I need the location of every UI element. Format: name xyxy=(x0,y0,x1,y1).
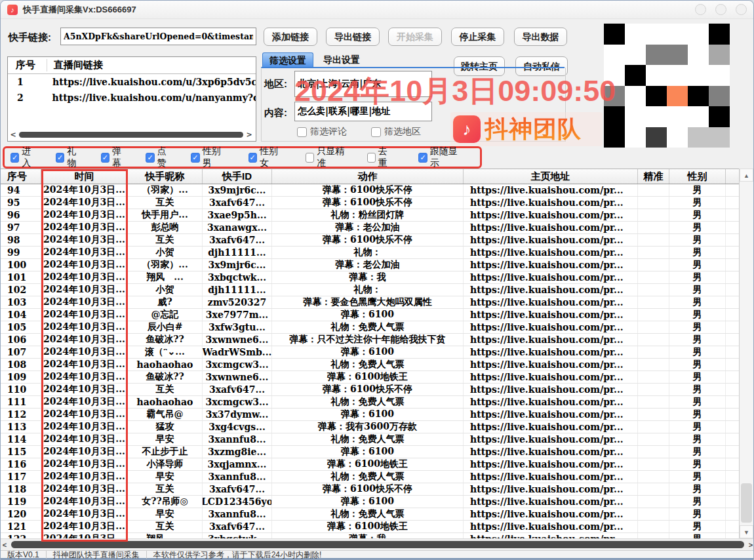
option-checkbox[interactable]: ✓弹幕 xyxy=(101,146,129,169)
filter-region-checkbox[interactable]: 筛选地区 xyxy=(371,126,421,138)
table-row[interactable]: 1012024年10月3日...翔风 ...3xbqctwk...弹幕：我htt… xyxy=(1,271,740,284)
table-row[interactable]: 1212024年10月3日...互关3xafv647...弹幕：6100地铁王h… xyxy=(1,521,740,533)
option-checkbox[interactable]: ✓进入 xyxy=(10,146,38,169)
table-hscroll-thumb[interactable] xyxy=(11,541,744,548)
option-checkbox[interactable]: ✓点赞 xyxy=(146,146,173,169)
content-input[interactable] xyxy=(294,102,432,121)
checkbox-icon[interactable] xyxy=(306,153,314,163)
scroll-left-icon[interactable]: < xyxy=(9,130,17,139)
table-row[interactable]: 1062024年10月3日...鱼破冰??3xwnwne6...弹幕：只不过关注… xyxy=(1,334,740,346)
table-cell: 男 xyxy=(669,496,726,508)
table-row[interactable]: 992024年10月3日...小贺djh11111...礼物：https://l… xyxy=(1,247,740,259)
link-list-hscroll-thumb[interactable] xyxy=(19,132,243,138)
table-row[interactable]: 1152024年10月3日...不止步于止3xzmg8ie...弹幕：6100h… xyxy=(1,446,740,458)
table-row[interactable]: 1162024年10月3日...小泽导师3xqjamnx...弹幕：6100地铁… xyxy=(1,458,740,471)
link-list-row[interactable]: 1https://live.kuaishou.com/u/3xp6p5dv5cv… xyxy=(8,74,256,90)
table-row[interactable]: 982024年10月3日...互关3xafv647...弹幕：6100快乐不停h… xyxy=(1,234,740,247)
table-row[interactable]: 1182024年10月3日...互关3xafv647...弹幕：6100快乐不停… xyxy=(1,483,740,496)
table-cell: 2024年10月3日... xyxy=(41,222,128,233)
filter-comment-checkbox[interactable]: 筛选评论 xyxy=(297,126,347,138)
table-cell: 小泽导师 xyxy=(128,458,203,470)
column-header[interactable]: 精准 xyxy=(638,169,669,184)
table-row[interactable]: 1132024年10月3日...猛攻3xg4cvgs...弹幕：我有3600万存… xyxy=(1,421,740,433)
scroll-up-icon[interactable]: ▲ xyxy=(740,169,753,182)
scroll-down-icon[interactable]: ▼ xyxy=(740,525,753,538)
column-header[interactable]: 快手昵称 xyxy=(128,169,203,184)
checkbox-icon[interactable]: ✓ xyxy=(56,153,64,163)
table-cell-filler xyxy=(726,259,740,271)
link-list-hscrollbar[interactable]: < > xyxy=(9,130,253,139)
table-cell-filler xyxy=(726,334,740,346)
options-row: ✓进入✓礼物✓弹幕✓点赞✓性别男✓性别女只显精准去重✓跟随显示 xyxy=(3,146,482,169)
checkbox-icon[interactable]: ✓ xyxy=(191,153,199,163)
table-row[interactable]: 1082024年10月3日...haohaohao3xcmgcw3...礼物：免… xyxy=(1,359,740,371)
checkbox-icon[interactable]: ✓ xyxy=(418,153,427,163)
maximize-button[interactable] xyxy=(715,4,726,15)
column-header[interactable]: 主页地址 xyxy=(464,169,638,184)
column-header[interactable]: 动作 xyxy=(272,169,464,184)
column-header[interactable]: 性别 xyxy=(669,169,726,184)
table-row[interactable]: 1202024年10月3日...早安3xannfu8...礼物：免费人气票htt… xyxy=(1,508,740,521)
table-row[interactable]: 1092024年10月3日...鱼破冰??3xwnwne6...弹幕：6100地… xyxy=(1,371,740,384)
table-vscroll-thumb[interactable] xyxy=(741,483,752,523)
column-header[interactable]: 序号 xyxy=(1,169,41,184)
table-cell: 2024年10月3日... xyxy=(41,508,128,520)
minimize-button[interactable] xyxy=(695,4,706,15)
table-row[interactable]: 1072024年10月3日...滚（ᵔ⌄...WadrWSmb...弹幕：610… xyxy=(1,346,740,359)
table-hscrollbar[interactable]: < > xyxy=(1,538,754,550)
table-vscrollbar[interactable]: ▲ ▼ xyxy=(739,169,753,538)
scroll-left-icon[interactable]: < xyxy=(1,541,9,549)
checkbox-icon[interactable] xyxy=(367,153,376,163)
checkbox-icon[interactable] xyxy=(371,127,381,137)
table-row[interactable]: 972024年10月3日...彭总哟3xanawgx...弹幕：老公加油http… xyxy=(1,222,740,234)
table-row[interactable]: 1042024年10月3日...@忘記3xe7977m...弹幕：6100htt… xyxy=(1,309,740,321)
stop-collect-button[interactable]: 停止采集 xyxy=(451,28,504,46)
table-row[interactable]: 1192024年10月3日...女??吊师◎LCD123456yo弹幕：6100… xyxy=(1,496,740,508)
export-data-button[interactable]: 导出数据 xyxy=(514,28,567,46)
checkbox-icon[interactable]: ✓ xyxy=(146,153,154,163)
option-checkbox[interactable]: 去重 xyxy=(367,146,395,169)
table-row[interactable]: 1172024年10月3日...早安3xannfu8...礼物：免费人气票htt… xyxy=(1,471,740,483)
table-row[interactable]: 1122024年10月3日...霸气吊@3x37dymw...弹幕：6100ht… xyxy=(1,409,740,421)
checkbox-icon[interactable]: ✓ xyxy=(248,153,257,163)
option-checkbox[interactable]: ✓性别女 xyxy=(248,146,284,169)
checkbox-icon[interactable]: ✓ xyxy=(10,153,19,163)
kuaishou-link-input[interactable] xyxy=(60,28,256,45)
close-button[interactable] xyxy=(736,4,747,15)
link-list-row[interactable]: 2https://live.kuaishou.com/u/nanyanmy?cc… xyxy=(8,90,256,106)
option-checkbox[interactable]: 只显精准 xyxy=(306,146,349,169)
table-row[interactable]: 1002024年10月3日...（羽家）...3x9mjr6c...弹幕：老公加… xyxy=(1,259,740,271)
scroll-right-icon[interactable]: > xyxy=(245,130,253,139)
scroll-right-icon[interactable]: > xyxy=(747,541,754,549)
option-checkbox[interactable]: ✓跟随显示 xyxy=(418,146,462,169)
table-cell: 104 xyxy=(1,309,41,321)
kuaishou-link-label: 快手链接: xyxy=(9,31,51,44)
table-row[interactable]: 1112024年10月3日...haohaohao3xcmgcw3...礼物：免… xyxy=(1,396,740,409)
table-row[interactable]: 1022024年10月3日...小贺djh11111...礼物：https://… xyxy=(1,284,740,296)
table-cell-filler xyxy=(726,222,740,233)
option-checkbox[interactable]: ✓性别男 xyxy=(191,146,226,169)
link-list-body: 1https://live.kuaishou.com/u/3xp6p5dv5cv… xyxy=(8,74,256,106)
qr-block xyxy=(709,127,730,148)
option-checkbox[interactable]: ✓礼物 xyxy=(56,146,83,169)
table-row[interactable]: 1052024年10月3日...辰小白#3xfw3gtu...礼物：免费人气票h… xyxy=(1,321,740,334)
table-row[interactable]: 962024年10月3日...快手用户...3xae9p5h...礼物：粉丝团灯… xyxy=(1,209,740,222)
table-cell: djh11111... xyxy=(203,284,272,296)
checkbox-icon[interactable] xyxy=(297,127,307,137)
region-input[interactable] xyxy=(294,71,432,97)
qr-block xyxy=(667,65,688,86)
table-row[interactable]: 1032024年10月3日...威?zmv520327弹幕：要金色黑鹰大炮吗双属… xyxy=(1,296,740,309)
table-cell: 2024年10月3日... xyxy=(41,384,128,395)
column-header[interactable]: 快手ID xyxy=(203,169,272,184)
table-row[interactable]: 1102024年10月3日...互关3xafv647...弹幕：6100快乐不停… xyxy=(1,384,740,396)
export-links-button[interactable]: 导出链接 xyxy=(326,28,380,46)
table-row[interactable]: 952024年10月3日...互关3xafv647...弹幕：6100快乐不停h… xyxy=(1,197,740,209)
table-row[interactable]: 1142024年10月3日...早安3xannfu8...礼物：免费人气票htt… xyxy=(1,433,740,446)
table-cell: 男 xyxy=(669,384,726,395)
checkbox-icon[interactable]: ✓ xyxy=(101,153,109,163)
table-row[interactable]: 942024年10月3日...（羽家）...3x9mjr6c...弹幕：6100… xyxy=(1,184,740,197)
add-link-button[interactable]: 添加链接 xyxy=(264,28,317,46)
column-header[interactable]: 时间 xyxy=(41,169,128,184)
tab-filter-settings[interactable]: 筛选设置 xyxy=(262,52,313,68)
tab-export-settings[interactable]: 导出设置 xyxy=(316,52,367,68)
